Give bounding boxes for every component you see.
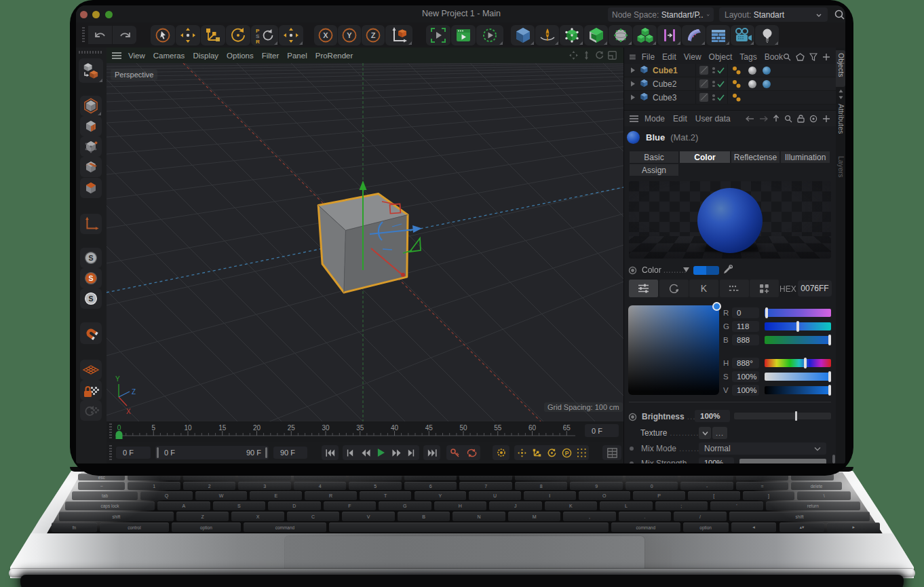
svg-text:S: S <box>88 295 93 303</box>
svg-text:Z: Z <box>371 31 376 39</box>
svg-text:Y: Y <box>347 31 352 39</box>
svg-text:X: X <box>323 31 328 39</box>
svg-text:Y: Y <box>115 375 120 383</box>
svg-text:S: S <box>88 254 93 262</box>
svg-text:S: S <box>88 274 93 282</box>
svg-text:R: R <box>256 39 260 44</box>
svg-text:P: P <box>564 449 569 456</box>
svg-text:X: X <box>126 408 131 415</box>
svg-text:Z: Z <box>132 388 136 396</box>
